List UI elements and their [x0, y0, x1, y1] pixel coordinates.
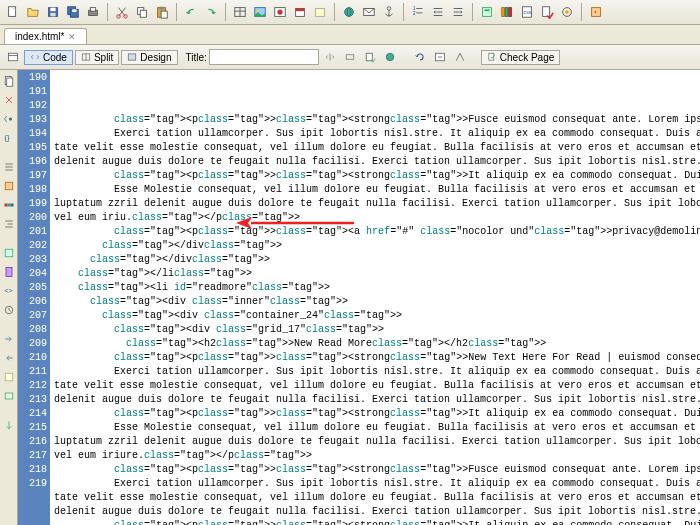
- preview-icon[interactable]: [381, 48, 399, 66]
- open-docs-icon[interactable]: [1, 73, 16, 88]
- redo-icon[interactable]: [202, 3, 220, 21]
- reference-icon[interactable]: [1, 264, 16, 279]
- code-line[interactable]: class="tag"><pclass="tag">>class="tag"><…: [54, 113, 700, 127]
- wrap-tag-icon[interactable]: <>: [1, 283, 16, 298]
- code-line[interactable]: Esse Molestie consequat, vel illum dolor…: [54, 183, 700, 197]
- highlight-invalid-icon[interactable]: [1, 178, 16, 193]
- svg-rect-3: [50, 13, 55, 17]
- code-line[interactable]: class="tag"><h2class="tag">>New Read Mor…: [54, 337, 700, 351]
- code-line[interactable]: class="tag"><pclass="tag">>class="tag"><…: [54, 351, 700, 365]
- templates-icon[interactable]: [478, 3, 496, 21]
- outdent-code-icon[interactable]: [1, 350, 16, 365]
- code-view-button[interactable]: Code: [24, 50, 73, 65]
- line-numbers-icon[interactable]: [1, 159, 16, 174]
- document-toolbar: Code Split Design Title: Check Page: [0, 45, 700, 70]
- tool-icon-1[interactable]: [321, 48, 339, 66]
- recent-snippets-icon[interactable]: [1, 302, 16, 317]
- snippets-icon[interactable]: [1, 245, 16, 260]
- code-line[interactable]: Esse Molestie consequat, vel illum dolor…: [54, 421, 700, 435]
- code-line[interactable]: Exerci tation ullamcorper. Sus ipit lobo…: [54, 365, 700, 379]
- syntax-coloring-icon[interactable]: [1, 197, 16, 212]
- parent-tag-icon[interactable]: [1, 111, 16, 126]
- svg-rect-57: [346, 55, 354, 60]
- code-line[interactable]: delenit augue duis dolore te feugait nul…: [54, 155, 700, 169]
- table-icon[interactable]: [231, 3, 249, 21]
- split-view-button[interactable]: Split: [75, 50, 119, 65]
- format-code-icon[interactable]: [1, 369, 16, 384]
- tool-icon-2[interactable]: [341, 48, 359, 66]
- svg-rect-77: [5, 373, 13, 381]
- save-all-icon[interactable]: [64, 3, 82, 21]
- cut-icon[interactable]: [113, 3, 131, 21]
- image-icon[interactable]: [251, 3, 269, 21]
- code-line[interactable]: delenit augue duis dolore te feugait nul…: [54, 393, 700, 407]
- code-line[interactable]: class="tag"></liclass="tag">>: [54, 267, 700, 281]
- print-icon[interactable]: [84, 3, 102, 21]
- code-toolbox: {} <>: [0, 70, 18, 525]
- view-options-icon[interactable]: [431, 48, 449, 66]
- behaviors-icon[interactable]: [558, 3, 576, 21]
- code-editor[interactable]: class="tag"><pclass="tag">>class="tag"><…: [50, 70, 700, 525]
- code-line[interactable]: class="tag"><pclass="tag">>class="tag"><…: [54, 463, 700, 477]
- indent-right-icon[interactable]: [449, 3, 467, 21]
- code-line[interactable]: class="tag"><li id="readmore"class="tag"…: [54, 281, 700, 295]
- balance-braces-icon[interactable]: {}: [1, 130, 16, 145]
- hyperlink-icon[interactable]: [340, 3, 358, 21]
- comment-icon[interactable]: [311, 3, 329, 21]
- new-file-icon[interactable]: [4, 3, 22, 21]
- code-line[interactable]: class="tag"><pclass="tag">>class="tag"><…: [54, 519, 700, 525]
- close-tab-icon[interactable]: ✕: [68, 32, 76, 42]
- code-line[interactable]: tate velit esse molestie consequat, vel …: [54, 379, 700, 393]
- show-code-icon[interactable]: [4, 48, 22, 66]
- library-icon[interactable]: [498, 3, 516, 21]
- svg-rect-63: [6, 78, 12, 86]
- code-line[interactable]: Exerci tation ullamcorper. Sus ipit lobo…: [54, 477, 700, 491]
- paste-icon[interactable]: [153, 3, 171, 21]
- code-line[interactable]: class="tag"><pclass="tag">>class="tag"><…: [54, 169, 700, 183]
- file-tab[interactable]: index.html* ✕: [4, 28, 87, 44]
- indent-left-icon[interactable]: [429, 3, 447, 21]
- undo-icon[interactable]: [182, 3, 200, 21]
- svg-rect-2: [50, 8, 55, 12]
- code-line[interactable]: vel eum iriure.class="tag"></pclass="tag…: [54, 449, 700, 463]
- code-line[interactable]: tate velit esse molestie consequat, vel …: [54, 491, 700, 505]
- move-css-icon[interactable]: [1, 417, 16, 432]
- open-file-icon[interactable]: [24, 3, 42, 21]
- code-line[interactable]: vel eum iriu.class="tag"></pclass="tag">…: [54, 211, 700, 225]
- code-line[interactable]: class="tag"><div class="container_24"cla…: [54, 309, 700, 323]
- code-line[interactable]: delenit augue duis dolore te feugait nul…: [54, 505, 700, 519]
- css-icon[interactable]: css: [518, 3, 536, 21]
- apply-comment-icon[interactable]: [1, 388, 16, 403]
- list-icon[interactable]: 12: [409, 3, 427, 21]
- save-icon[interactable]: [44, 3, 62, 21]
- file-tab-label: index.html*: [15, 31, 64, 42]
- code-line[interactable]: tate velit esse molestie consequat, vel …: [54, 141, 700, 155]
- code-line[interactable]: class="tag"><pclass="tag">>class="tag"><…: [54, 407, 700, 421]
- code-line[interactable]: luptatum zzril delenit augue duis dolore…: [54, 435, 700, 449]
- date-icon[interactable]: [291, 3, 309, 21]
- code-line[interactable]: class="tag"><div class="grid_17"class="t…: [54, 323, 700, 337]
- design-view-button[interactable]: Design: [121, 50, 177, 65]
- title-input[interactable]: [209, 49, 319, 65]
- code-line[interactable]: class="tag"></divclass="tag">>: [54, 253, 700, 267]
- code-line[interactable]: class="tag"><pclass="tag">>class="tag"><…: [54, 225, 700, 239]
- media-icon[interactable]: [271, 3, 289, 21]
- code-line[interactable]: class="tag"><div class="inner"class="tag…: [54, 295, 700, 309]
- code-line[interactable]: luptatum zzril delenit augue duis dolore…: [54, 197, 700, 211]
- check-page-button[interactable]: Check Page: [481, 50, 560, 65]
- anchor-icon[interactable]: [380, 3, 398, 21]
- copy-icon[interactable]: [133, 3, 151, 21]
- indent-code-icon[interactable]: [1, 331, 16, 346]
- visual-aids-icon[interactable]: [451, 48, 469, 66]
- sync-icon[interactable]: [587, 3, 605, 21]
- line-number-gutter: 1901911921931941951961971981992002012022…: [18, 70, 50, 525]
- code-line[interactable]: Exerci tation ullamcorper. Sus ipit lobo…: [54, 127, 700, 141]
- file-mgmt-icon[interactable]: [361, 48, 379, 66]
- svg-point-29: [387, 7, 391, 11]
- code-line[interactable]: class="tag"></divclass="tag">>: [54, 239, 700, 253]
- auto-indent-icon[interactable]: [1, 216, 16, 231]
- collapse-icon[interactable]: [1, 92, 16, 107]
- email-link-icon[interactable]: [360, 3, 378, 21]
- validate-icon[interactable]: [538, 3, 556, 21]
- refresh-icon[interactable]: [411, 48, 429, 66]
